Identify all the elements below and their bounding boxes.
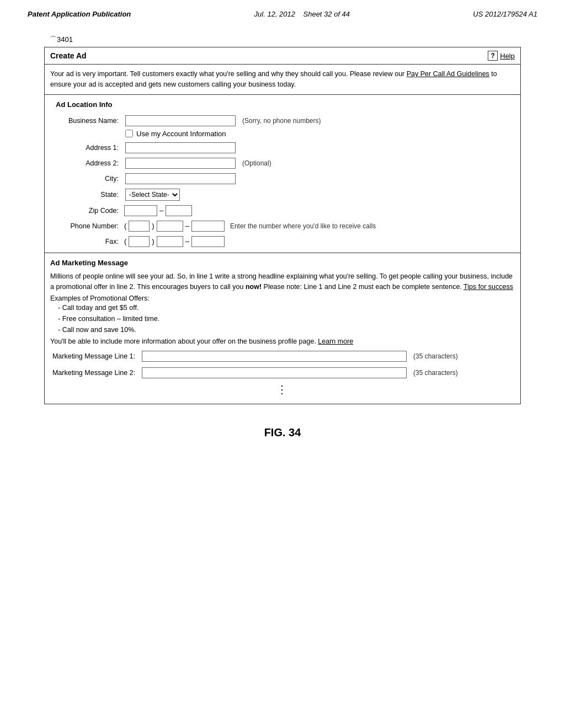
use-account-checkbox[interactable] <box>125 130 133 137</box>
phone-area-input[interactable] <box>129 221 150 232</box>
form-container: Create Ad ? Help Your ad is very importa… <box>44 47 521 404</box>
state-row: State: -Select State- <box>50 189 515 201</box>
page-header: Patent Application Publication Jul. 12, … <box>0 0 565 24</box>
marketing-line1-row: Marketing Message Line 1: (35 characters… <box>50 351 515 362</box>
address1-label: Address 1: <box>50 144 122 152</box>
use-account-label: Use my Account Information <box>136 130 226 138</box>
fax-number-input[interactable] <box>191 236 225 247</box>
phone-number-input[interactable] <box>191 221 225 232</box>
examples-list: - Call today and get $5 off. - Free cons… <box>58 302 515 335</box>
address1-row: Address 1: <box>50 142 515 153</box>
zip-label: Zip Code: <box>50 207 122 215</box>
city-input[interactable] <box>125 173 236 184</box>
marketing-intro-text2: Please note: Line 1 and Line 2 must each… <box>262 283 463 291</box>
marketing-line2-row: Marketing Message Line 2: (35 characters… <box>50 367 515 378</box>
header-left: Patent Application Publication <box>28 10 131 18</box>
city-row: City: <box>50 173 515 184</box>
state-select[interactable]: -Select State- <box>125 189 180 201</box>
help-icon[interactable]: ? <box>488 51 498 61</box>
phone-row: Phone Number: ( ) – Enter the number whe… <box>50 221 515 232</box>
marketing-line2-note: (35 characters) <box>413 369 458 377</box>
marketing-line2-label: Marketing Message Line 2: <box>50 369 138 377</box>
ad-location-title: Ad Location Info <box>50 97 515 111</box>
use-account-row: Use my Account Information <box>125 130 515 138</box>
example-1: - Call today and get $5 off. <box>58 302 515 313</box>
state-label: State: <box>50 191 122 199</box>
header-center: Jul. 12, 2012 Sheet 32 of 44 <box>254 10 350 18</box>
marketing-line2-input[interactable] <box>142 367 407 378</box>
zip-row: Zip Code: – <box>50 205 515 216</box>
ellipsis-icon: ⋮ <box>276 383 289 396</box>
diagram-label: ⌒3401 <box>50 35 521 45</box>
page-body: ⌒3401 Create Ad ? Help Your ad is very i… <box>0 24 565 461</box>
example-2: - Free consultation – limited time. <box>58 313 515 324</box>
fax-close-paren: ) <box>152 237 154 245</box>
fig-label: FIG. 34 <box>44 426 521 439</box>
create-ad-title: Create Ad <box>50 51 87 60</box>
note-text: You'll be able to include more informati… <box>50 338 318 345</box>
business-name-label: Business Name: <box>50 117 122 125</box>
ad-marketing-section: Ad Marketing Message Millions of people … <box>45 253 520 404</box>
intro-section: Your ad is very important. Tell customer… <box>45 65 520 95</box>
city-label: City: <box>50 175 122 183</box>
phone-dash1: – <box>185 222 189 230</box>
marketing-line1-input[interactable] <box>142 351 407 362</box>
fax-row: Fax: ( ) – <box>50 236 515 247</box>
fax-open-paren: ( <box>124 237 126 245</box>
learn-more-link[interactable]: Learn more <box>318 338 353 345</box>
address2-input[interactable] <box>125 158 236 169</box>
phone-close-paren: ) <box>152 222 154 230</box>
zip-dash: – <box>159 206 163 215</box>
business-name-note: (Sorry, no phone numbers) <box>242 117 321 125</box>
address2-note: (Optional) <box>242 159 271 167</box>
ad-location-section: Ad Location Info Business Name: (Sorry, … <box>45 95 520 253</box>
phone-open-paren: ( <box>124 222 126 230</box>
intro-text1: Your ad is very important. Tell customer… <box>50 70 407 78</box>
address1-input[interactable] <box>125 142 236 153</box>
note-bottom: You'll be able to include more informati… <box>50 338 515 345</box>
fax-label: Fax: <box>50 238 122 245</box>
address2-row: Address 2: (Optional) <box>50 158 515 169</box>
fax-dash1: – <box>185 237 189 245</box>
marketing-line1-note: (35 characters) <box>413 352 458 360</box>
marketing-intro: Millions of people online will see your … <box>50 271 515 293</box>
zip-input1[interactable] <box>124 205 157 216</box>
tips-link[interactable]: Tips for success <box>463 283 513 291</box>
ellipsis-row: ⋮ <box>50 378 515 398</box>
help-link[interactable]: Help <box>500 52 515 60</box>
phone-label: Phone Number: <box>50 222 122 230</box>
pay-per-call-link[interactable]: Pay Per Call Ad Guidelines <box>407 70 489 78</box>
zip-input2[interactable] <box>166 205 192 216</box>
examples-title: Examples of Promotional Offers: <box>50 295 515 302</box>
phone-prefix-input[interactable] <box>157 221 183 232</box>
fax-area-input[interactable] <box>129 236 150 247</box>
example-3: - Call now and save 10%. <box>58 324 515 335</box>
header-right: US 2012/179524 A1 <box>473 10 537 18</box>
fax-prefix-input[interactable] <box>157 236 183 247</box>
business-name-input[interactable] <box>125 115 236 126</box>
marketing-bold: now! <box>246 283 262 291</box>
figure-number: ⌒3401 <box>50 35 73 44</box>
marketing-line1-label: Marketing Message Line 1: <box>50 352 138 360</box>
address2-label: Address 2: <box>50 159 122 167</box>
help-area: ? Help <box>488 51 515 61</box>
create-ad-header: Create Ad ? Help <box>45 47 520 65</box>
business-name-row: Business Name: (Sorry, no phone numbers) <box>50 115 515 126</box>
phone-note: Enter the number where you'd like to rec… <box>230 222 376 230</box>
ad-marketing-title: Ad Marketing Message <box>50 255 515 269</box>
